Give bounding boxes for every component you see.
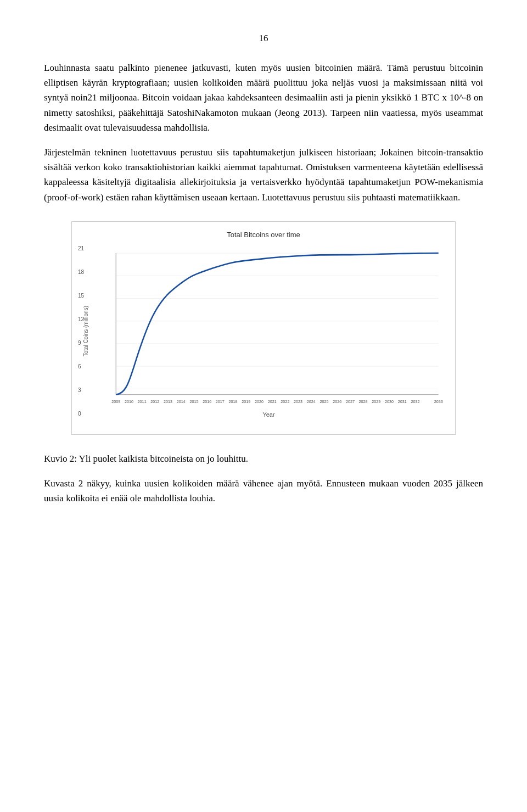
bitcoin-word: Bitcoin (142, 92, 170, 103)
svg-text:2014: 2014 (177, 399, 186, 404)
svg-text:2023: 2023 (294, 399, 302, 404)
svg-text:2022: 2022 (281, 399, 289, 404)
paragraph-3: Kuvasta 2 näkyy, kuinka uusien kolikoide… (44, 476, 483, 506)
page-number: 16 (44, 33, 483, 44)
svg-text:2027: 2027 (346, 399, 355, 404)
svg-text:2010: 2010 (125, 399, 133, 404)
chart-x-label: Year (93, 411, 444, 418)
svg-text:2033: 2033 (434, 399, 443, 404)
chart-title: Total Bitcoins over time (83, 231, 444, 239)
y-label-12: 12 (78, 316, 84, 322)
svg-text:2029: 2029 (372, 399, 380, 404)
svg-text:2030: 2030 (385, 399, 394, 404)
svg-text:2020: 2020 (255, 399, 264, 404)
svg-text:2015: 2015 (189, 399, 198, 404)
y-label-9: 9 (78, 340, 84, 346)
svg-text:2019: 2019 (242, 399, 250, 404)
figure-caption: Kuvio 2: Yli puolet kaikista bitcoineist… (44, 451, 483, 466)
svg-text:2025: 2025 (319, 399, 328, 404)
svg-text:2026: 2026 (333, 399, 341, 404)
svg-text:2024: 2024 (307, 399, 316, 404)
svg-text:2028: 2028 (359, 399, 368, 404)
chart-container: Total Bitcoins over time Total Coins (mi… (71, 221, 456, 435)
y-label-21: 21 (78, 245, 84, 251)
svg-text:2018: 2018 (229, 399, 238, 404)
svg-text:2013: 2013 (164, 399, 172, 404)
y-label-3: 3 (78, 387, 84, 393)
y-label-6: 6 (78, 363, 84, 369)
svg-text:2021: 2021 (268, 399, 277, 404)
svg-text:2017: 2017 (216, 399, 225, 404)
svg-text:2032: 2032 (411, 399, 419, 404)
svg-text:2009: 2009 (111, 399, 120, 404)
y-label-18: 18 (78, 269, 84, 275)
y-label-15: 15 (78, 293, 84, 299)
y-label-0: 0 (78, 411, 84, 417)
paragraph-1: Louhinnasta saatu palkinto pienenee jatk… (44, 60, 483, 135)
chart-svg: 2009 2010 2011 2012 2013 2014 2015 2016 … (93, 244, 444, 409)
svg-text:2031: 2031 (398, 399, 407, 404)
svg-text:2012: 2012 (150, 399, 159, 404)
svg-text:2011: 2011 (138, 399, 147, 404)
paragraph-2: Järjestelmän tekninen luotettavuus perus… (44, 145, 483, 205)
svg-text:2016: 2016 (203, 399, 211, 404)
